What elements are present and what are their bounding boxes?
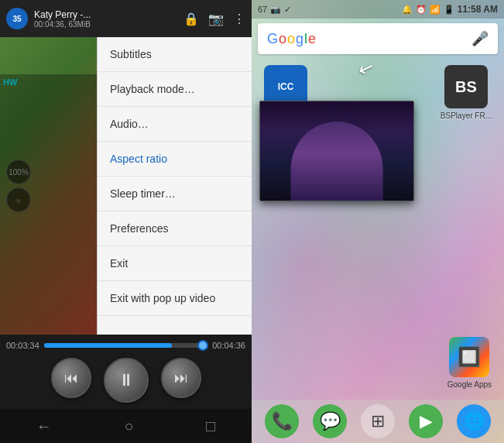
dock-apps-grid[interactable]: ⊞ [361, 404, 395, 438]
video-subtitle: 00:04:36, 63MiB [34, 20, 177, 29]
notification-icon: 🔔 [402, 5, 413, 15]
menu-item-aspect-ratio[interactable]: Aspect ratio [98, 142, 252, 177]
google-apps-icon: 🔲 [449, 337, 489, 377]
popup-video[interactable] [259, 101, 414, 201]
lock-icon[interactable]: 🔒 [183, 12, 199, 26]
status-bar: 67 📷 ✓ 🔔 ⏰ 📶 📱 11:58 AM [252, 0, 504, 19]
context-menu: Subtitles Playback mode… Audio… Aspect r… [97, 37, 252, 335]
rewind-button[interactable]: ⏮ [51, 358, 91, 398]
menu-item-preferences[interactable]: Preferences [98, 211, 252, 246]
arrow-indicator: ↙ [355, 55, 377, 81]
video-area: HW 100% ☼ Subtitles Playback mode… Audio… [0, 37, 252, 335]
app-icon: 35 [6, 8, 28, 29]
top-bar-info: Katy Perry -... 00:04:36, 63MiB [34, 9, 177, 29]
dock: 📞 💬 ⊞ ▶ 🌐 [252, 400, 504, 443]
status-time: 11:58 AM [458, 4, 498, 15]
progress-thumb [197, 340, 208, 351]
time-end: 00:04:36 [212, 341, 245, 350]
more-options-icon[interactable]: ⋮ [233, 12, 245, 26]
popup-video-content [260, 101, 413, 201]
right-panel: 67 📷 ✓ 🔔 ⏰ 📶 📱 11:58 AM Google 🎤 ICC [252, 0, 504, 443]
bsplayer-label: BSPlayer FR... [441, 112, 492, 120]
progress-fill [44, 343, 172, 348]
wifi-icon: 📶 [430, 5, 441, 15]
alarm-icon: ⏰ [416, 5, 427, 15]
back-nav-icon[interactable]: ← [36, 417, 52, 435]
dock-phone[interactable]: 📞 [265, 404, 299, 438]
right-content: 67 📷 ✓ 🔔 ⏰ 📶 📱 11:58 AM Google 🎤 ICC [252, 0, 504, 443]
time-start: 00:03:34 [6, 341, 39, 350]
progress-row: 00:03:34 00:04:36 [6, 338, 245, 353]
google-logo: Google [267, 31, 471, 47]
left-panel: 35 Katy Perry -... 00:04:36, 63MiB 🔒 📷 ⋮… [0, 0, 252, 443]
top-bar-icons: 🔒 📷 ⋮ [183, 12, 245, 26]
dock-browser[interactable]: 🌐 [457, 404, 491, 438]
status-right: 🔔 ⏰ 📶 📱 11:58 AM [402, 4, 498, 15]
dock-messages[interactable]: 💬 [313, 404, 347, 438]
popup-figure [291, 122, 383, 201]
menu-item-sleep-timer[interactable]: Sleep timer… [98, 177, 252, 211]
recents-nav-icon[interactable]: □ [206, 417, 215, 435]
bsplayer-app[interactable]: BS BSPlayer FR... [441, 65, 492, 120]
menu-item-exit[interactable]: Exit [98, 246, 252, 281]
video-title: Katy Perry -... [34, 9, 177, 20]
dock-store[interactable]: ▶ [409, 404, 443, 438]
google-apps-item[interactable]: 🔲 Google Apps [447, 337, 492, 389]
home-nav-icon[interactable]: ○ [124, 417, 133, 435]
menu-item-audio[interactable]: Audio… [98, 107, 252, 142]
signal-icon: 📱 [444, 5, 454, 15]
menu-item-playback-mode[interactable]: Playback mode… [98, 72, 252, 107]
mic-icon[interactable]: 🎤 [471, 30, 489, 47]
top-bar: 35 Katy Perry -... 00:04:36, 63MiB 🔒 📷 ⋮ [0, 0, 252, 37]
menu-overlay-dim [0, 74, 97, 335]
menu-item-subtitles[interactable]: Subtitles [98, 37, 252, 72]
left-nav-bar: ← ○ □ [0, 409, 252, 443]
menu-item-exit-popup[interactable]: Exit with pop up video [98, 281, 252, 316]
status-icon-3: ✓ [284, 5, 291, 15]
search-bar[interactable]: Google 🎤 [258, 23, 498, 54]
forward-button[interactable]: ⏭ [161, 358, 201, 398]
camera-icon[interactable]: 📷 [208, 12, 224, 26]
status-left: 67 📷 ✓ [258, 5, 291, 15]
bsplayer-icon: BS [444, 65, 488, 108]
progress-bar[interactable] [44, 343, 207, 348]
pause-button[interactable]: ⏸ [104, 358, 149, 403]
playback-buttons: ⏮ ⏸ ⏭ [6, 353, 245, 406]
google-apps-label: Google Apps [447, 380, 492, 389]
bottom-controls: 00:03:34 00:04:36 ⏮ ⏸ ⏭ [0, 335, 252, 409]
status-icon-1: 67 [258, 5, 267, 14]
status-icon-2: 📷 [270, 5, 281, 15]
